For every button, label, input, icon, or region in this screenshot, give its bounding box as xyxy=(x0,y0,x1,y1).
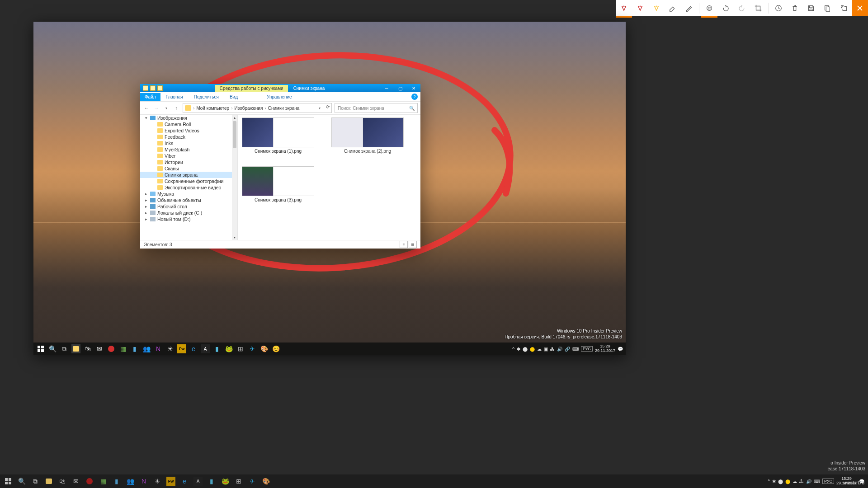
ribbon-tab-home[interactable]: Главная xyxy=(160,93,189,101)
tray-icon[interactable]: ✱ xyxy=(517,347,520,352)
crumb[interactable]: Мой компьютер xyxy=(196,106,229,111)
sidebar-item[interactable]: ▸Объемные объекты xyxy=(140,197,237,203)
explorer-sidebar[interactable]: ▾Изображения Camera Roll Exported Videos… xyxy=(140,115,238,240)
task-view-icon[interactable]: ⧉ xyxy=(31,477,40,486)
scroll-thumb[interactable] xyxy=(233,121,236,148)
app-icon[interactable]: 🎨 xyxy=(261,477,270,486)
sidebar-item[interactable]: ▸Рабочий стол xyxy=(140,203,237,210)
ribbon-tab-manage[interactable]: Управление xyxy=(261,93,297,101)
marker-red2-icon[interactable] xyxy=(632,0,648,16)
keyboard-icon[interactable]: ⌨ xyxy=(572,347,579,352)
taskbar-inner[interactable]: 🔍 ⧉ 🛍 ✉ ▦ ▮ 👥 N ☀ Fw e A ▮ 🐸 ⊞ ✈ 🎨 😊 ^ ✱… xyxy=(33,343,626,355)
app-icon[interactable]: ▮ xyxy=(112,477,121,486)
scroll-up-icon[interactable]: ▴ xyxy=(232,115,237,120)
app-icon[interactable]: 🐸 xyxy=(221,477,230,486)
taskbar-outer[interactable]: 🔍 ⧉ 🛍 ✉ ▦ ▮ 👥 N ☀ Fw e A ▮ 🐸 ⊞ ✈ 🎨 ^ ✱ ⬤… xyxy=(0,474,868,488)
action-center-icon[interactable]: 💬 xyxy=(618,347,623,352)
maximize-button[interactable]: ▢ xyxy=(393,84,407,92)
search-icon[interactable]: 🔍 xyxy=(17,477,26,486)
counter-icon[interactable]: 15 xyxy=(701,0,717,18)
system-tray[interactable]: ^ ✱ ⬤ ⬤ ☁ ▣ 🖧 🔊 🔗 ⌨ РУС 15:29 29.11.2017… xyxy=(512,344,623,353)
app-icon[interactable]: A xyxy=(201,344,210,353)
share-icon[interactable] xyxy=(835,0,852,16)
app-icon[interactable]: ⊞ xyxy=(234,477,243,486)
view-thumbnails-icon[interactable]: ▦ xyxy=(409,241,417,248)
eraser-icon[interactable] xyxy=(665,0,681,16)
mail-icon[interactable]: ✉ xyxy=(95,344,104,353)
undo-icon[interactable] xyxy=(717,0,734,16)
tray-icon[interactable]: ⬤ xyxy=(530,347,535,352)
file-item[interactable]: Снимок экрана (2).png xyxy=(332,117,403,154)
app-icon[interactable]: A xyxy=(193,477,203,486)
tray-chevron-icon[interactable]: ^ xyxy=(512,347,514,352)
sidebar-item[interactable]: Feedback xyxy=(140,134,237,140)
nav-recent-icon[interactable]: ▾ xyxy=(163,104,170,112)
delete-icon[interactable] xyxy=(787,0,803,16)
store-icon[interactable]: 🛍 xyxy=(83,344,92,353)
task-view-icon[interactable]: ⧉ xyxy=(60,344,69,353)
sidebar-item[interactable]: Сканы xyxy=(140,165,237,172)
tray-icon[interactable]: ⬤ xyxy=(785,479,790,484)
edge-icon[interactable]: e xyxy=(189,344,198,353)
ribbon-tab-share[interactable]: Поделиться xyxy=(189,93,224,101)
copy-icon[interactable] xyxy=(819,0,835,16)
sidebar-item[interactable]: Сохраненные фотографии xyxy=(140,178,237,184)
tray-icon[interactable]: ⬤ xyxy=(778,479,783,484)
sidebar-item[interactable]: MyerSplash xyxy=(140,146,237,153)
volume-icon[interactable]: 🔊 xyxy=(557,347,562,352)
onenote-icon[interactable]: N xyxy=(154,344,163,353)
app-icon[interactable]: ▮ xyxy=(212,344,222,353)
clock[interactable]: 15:29 29.11.2017 xyxy=(595,344,615,353)
sidebar-item[interactable]: ▸Локальный диск (C:) xyxy=(140,210,237,216)
tray-icon[interactable]: 🔗 xyxy=(565,347,570,352)
tray-icon[interactable]: ▣ xyxy=(544,347,548,352)
app-icon[interactable]: ▮ xyxy=(207,477,216,486)
tray-icon[interactable]: ⬤ xyxy=(523,347,528,352)
onedrive-icon[interactable]: ☁ xyxy=(793,479,797,484)
sidebar-item[interactable]: Экспортированные видео xyxy=(140,184,237,191)
crop-icon[interactable] xyxy=(750,0,766,16)
scroll-down-icon[interactable]: ▾ xyxy=(232,235,237,240)
sidebar-item[interactable]: Camera Roll xyxy=(140,121,237,127)
sidebar-item[interactable]: Viber xyxy=(140,153,237,159)
view-details-icon[interactable]: ≡ xyxy=(400,241,408,248)
ribbon-tab-file[interactable]: Файл xyxy=(140,93,160,101)
sidebar-item[interactable]: ▸Новый том (D:) xyxy=(140,216,237,222)
nav-up-icon[interactable]: ↑ xyxy=(173,104,180,112)
explorer-titlebar[interactable]: Средства работы с рисунками Снимки экран… xyxy=(140,84,420,92)
app-icon[interactable]: ▦ xyxy=(118,344,127,353)
file-item[interactable]: Снимок экрана (3).png xyxy=(242,166,314,202)
search-icon[interactable]: 🔍 xyxy=(48,344,57,353)
sidebar-item[interactable]: Inks xyxy=(140,140,237,146)
app-icon[interactable]: 🎨 xyxy=(259,344,269,353)
onedrive-icon[interactable]: ☁ xyxy=(537,347,542,352)
close-editor-button[interactable] xyxy=(852,0,868,16)
edge-icon[interactable]: e xyxy=(180,477,189,486)
search-input[interactable]: Поиск: Снимки экрана 🔍 xyxy=(335,103,418,113)
file-item[interactable]: Снимок экрана (1).png xyxy=(242,117,314,154)
telegram-icon[interactable]: ✈ xyxy=(248,477,257,486)
close-button[interactable]: ✕ xyxy=(407,84,420,92)
sidebar-item[interactable]: ▸Музыка xyxy=(140,191,237,197)
app-icon[interactable]: 🐸 xyxy=(224,344,233,353)
explorer-icon[interactable] xyxy=(44,477,53,486)
app-icon[interactable]: ☀ xyxy=(153,477,162,486)
language-indicator[interactable]: РУС xyxy=(822,479,834,484)
people-icon[interactable]: 👥 xyxy=(126,477,135,486)
explorer-icon[interactable] xyxy=(71,344,80,353)
history-icon[interactable] xyxy=(770,0,787,16)
marker-red-icon[interactable] xyxy=(616,0,632,18)
qat-icon[interactable] xyxy=(150,85,156,91)
minimize-button[interactable]: ─ xyxy=(380,84,393,92)
volume-icon[interactable]: 🔊 xyxy=(806,479,811,484)
store-icon[interactable]: 🛍 xyxy=(58,477,67,486)
sidebar-item-images[interactable]: ▾Изображения xyxy=(140,115,237,121)
nav-back-icon[interactable]: ← xyxy=(143,104,150,112)
app-icon[interactable]: ▦ xyxy=(99,477,108,486)
qat-icon[interactable] xyxy=(157,85,163,91)
app-icon[interactable]: ▮ xyxy=(130,344,139,353)
qat-icon[interactable] xyxy=(143,85,148,91)
app-icon[interactable]: ⊞ xyxy=(236,344,245,353)
app-icon[interactable]: 😊 xyxy=(271,344,280,353)
file-list[interactable]: Снимок экрана (1).png Снимок экрана (2).… xyxy=(238,115,420,240)
